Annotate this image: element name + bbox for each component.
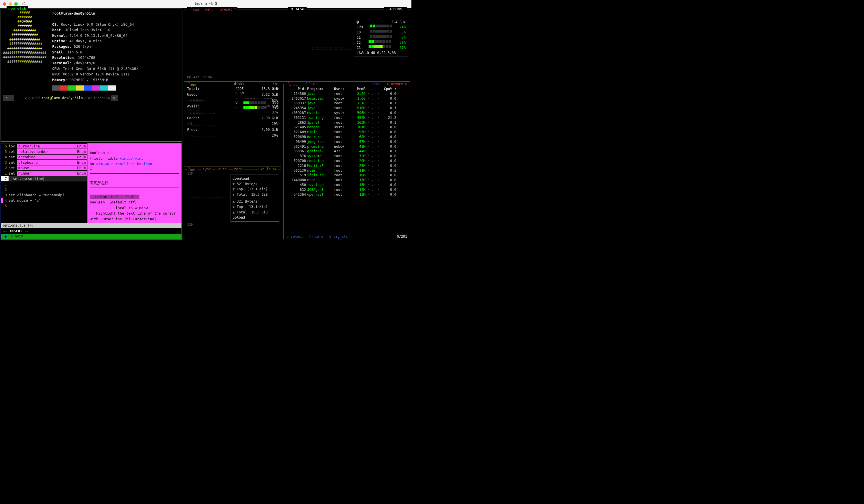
nvim-tabline: ◉ 0 nvim	[1, 234, 181, 239]
btop-clock: 19:34:48	[288, 7, 307, 12]
btop-menu-tab[interactable]: menu	[205, 7, 213, 12]
proc-position: 0/201	[397, 234, 407, 239]
proc-row[interactable]: 96499jdog-kunroot57M⠐⠂⠄⠂⠐0.0	[284, 140, 410, 144]
proc-row[interactable]: 4039287mysqldsyst+596M⠐⠂⠄⠂⠐0.0	[284, 110, 410, 116]
cpu-core-row: CPU24%	[357, 25, 406, 30]
minimize-window-button[interactable]	[9, 2, 12, 6]
neofetch-pane[interactable]: neofetch ##### ####### ##O#O## ####### #…	[1, 9, 182, 142]
prompt-home-icon: ⌂ ~	[3, 95, 14, 101]
cpu-core-row: C230%	[357, 40, 406, 45]
nvim-line[interactable]: 3set clipboardEnum	[1, 160, 87, 165]
prompt-check-icon: ✓	[25, 96, 27, 100]
nvim-line[interactable]: 6loc cursorlineEnum	[1, 143, 87, 149]
btop-mem-box[interactable]: 2mem disks io Total:15.3 GiB Used:9.62 G…	[184, 84, 281, 167]
proc-row[interactable]: 134560javaroot3.4G⠐⠂⠄⠂⠐0.0	[284, 92, 410, 96]
nvim-line[interactable]: 4set encodingEnum	[1, 154, 87, 160]
btop-interval-minus[interactable]: -	[385, 7, 387, 11]
userhost: root@lavm-des8yn51ln	[52, 11, 95, 15]
cpu-graph: ⣀⣀⣀⣀⣀⣀⣀⣀⣀⣀⣀⣀⣀⣀⠒⠒⠒⠒⠒⠒⠒⠒⠒⠒⠒⠒⠒⠒⠒⠒⠒	[309, 44, 353, 52]
proc-row[interactable]: 28631panelroot163M⠐⠂⠄⠂⠐0.1	[284, 120, 410, 125]
nvim-completion-popup[interactable]: boolean = (field) table vim.bo vim. go v…	[87, 143, 181, 223]
proc-row[interactable]: 245954javaroot910M⠐⠂⠄⠂⠐0.3	[284, 106, 410, 110]
proc-row[interactable]: 563361grafana-47244M⠐⠂⠄⠂⠐0.1	[284, 149, 410, 154]
proc-tree[interactable]: tree	[371, 82, 381, 86]
btop-interval: 4000ms	[389, 7, 402, 11]
proc-row[interactable]: 520698dockerdroot68M⠐⠂⠄⠂⠐0.0	[284, 134, 410, 140]
proc-row[interactable]: 521405mongodsyst+101M⠐⠂⠄⠂⠐0.0	[284, 125, 410, 130]
window-title: tmux a -t 3	[194, 1, 217, 6]
traffic-lights	[3, 2, 18, 6]
proc-filter[interactable]: filter	[304, 82, 318, 86]
prompt-time: 19:33:24	[93, 96, 110, 100]
neofetch-title: neofetch	[7, 6, 28, 11]
proc-row[interactable]: 521409minioroot95M⠐⠂⠄⠂⠐0.0	[284, 130, 410, 134]
shell-prompt[interactable]: ⌂ ~ ✓ ❮ with root@lavm-des8yn51ln ❮ at 1…	[3, 95, 179, 101]
nvim-line[interactable]: 5set relativenumberEnum	[1, 149, 87, 154]
btop-preset-tab[interactable]: preset *	[220, 7, 236, 12]
proc-table[interactable]: 134560javaroot3.4G⠐⠂⠄⠂⠐0.01463017beam.sm…	[284, 92, 410, 197]
nvim-line[interactable]: 4set.mouse = 'a'	[1, 198, 87, 203]
proc-row[interactable]: 545364openrestroot12M⠐⠂⠄⠂⠐0.0	[284, 192, 410, 197]
btop-pane[interactable]: 1cpu menu preset * 19:34:48 - 4000ms + ⣀…	[183, 8, 411, 240]
proc-row[interactable]: 563131lua-langroot483M⠐⠂⠄⠂⠐21.2	[284, 116, 410, 120]
proc-row[interactable]: 520708containeroot29M⠐⠂⠄⠂⠐0.0	[284, 158, 410, 164]
proc-columns: Pid: Program: User: MemB Cpu% ↑	[284, 86, 410, 92]
close-window-button[interactable]	[3, 2, 6, 6]
nvim-line[interactable]: 1	[1, 181, 87, 187]
proc-sort[interactable]: < memory >	[385, 82, 408, 86]
proc-row[interactable]: 1463017beam.smpsyst+1.6G⠐⠂⠄⠂⠐0.0	[284, 96, 410, 101]
btop-interval-plus[interactable]: +	[404, 7, 406, 11]
nvim-line[interactable]: 5	[1, 203, 87, 208]
btop-net-box[interactable]: 3net sync auto zero <b lo n> 13M ⣀⣀⣀⣀⣀⣀⣀…	[184, 169, 281, 229]
proc-select[interactable]: ↲ select	[287, 235, 303, 239]
proc-row[interactable]: 563130nvimroot21M⠐⠂⠄⠂⠐0.5	[284, 168, 410, 173]
nvim-pane[interactable]: 6loc cursorlineEnum5set relativenumberEn…	[1, 143, 182, 240]
cpu-core-row: C15%	[357, 35, 406, 40]
proc-row[interactable]: 1216MonitorProot25M⠐⠂⠄⠂⠐0.0	[284, 164, 410, 168]
proc-row[interactable]: 1440080etcd100115M⠐⠂⠄⠂⠐0.0	[284, 178, 410, 182]
proc-row[interactable]: 832JCSAgentroot14M⠐⠂⠄⠂⠐0.0	[284, 188, 410, 192]
proc-footer: ↲ select ⓘ info ↯ signals 0/201	[284, 234, 410, 239]
cpu-uptime: up 41d 00:06	[187, 75, 212, 80]
nvim-line[interactable]: 3set.clipboard = "unnamedpl	[1, 192, 87, 198]
cpu-stat-box: @2.4 GHz CPU24%C05%C15%C230%C357% LAV: 0…	[354, 18, 408, 57]
btop-cpu-box[interactable]: 1cpu menu preset * 19:34:48 - 4000ms + ⣀…	[184, 9, 410, 82]
cpu-lav: LAV: 0.48 0.22 0.08	[357, 50, 406, 56]
nvim-line[interactable]: 1set numberEnum	[1, 171, 87, 176]
proc-row[interactable]: 519ifrit-agroot16M⠐⠂⠄⠂⠐0.0	[284, 173, 410, 178]
prompt-userhost: root@lavm-des8yn51ln	[41, 96, 83, 100]
cpu-core-row: C357%	[357, 45, 406, 50]
zoom-window-button[interactable]	[14, 2, 18, 6]
nvim-line[interactable]: 2set mouseEnum	[1, 165, 87, 171]
prompt-clock-icon: ◷	[111, 95, 117, 101]
proc-info[interactable]: ⓘ info	[309, 235, 323, 239]
net-scale-bot: 13M	[187, 222, 193, 227]
nvim-editor[interactable]: 6loc cursorlineEnum5set relativenumberEn…	[1, 143, 87, 223]
disk-stats: root98G 6.5M ⠤⠤⠤⠤⠤⠤⠤⠤⠤⠤⠤⠤⠤ U 26G F 72G	[233, 84, 281, 167]
nvim-line[interactable]: 2	[1, 187, 87, 192]
neofetch-info: root@lavm-des8yn51ln -------------------…	[52, 11, 138, 91]
popup-chinese-desc: 高亮所在行	[90, 181, 108, 185]
neofetch-logo: ##### ####### ##O#O## ####### ##########…	[3, 11, 47, 91]
nvim-current-line[interactable]: 7 set.cursorline	[1, 176, 87, 181]
nvim-statusline: options.lua [+]	[1, 223, 181, 228]
proc-row[interactable]: 376systemd-root32M⠐⠂⠄⠂⠐0.0	[284, 154, 410, 158]
proc-row[interactable]: 450rsyslogdroot15M⠐⠂⠄⠂⠐0.0	[284, 182, 410, 188]
cpu-core-row: C05%	[357, 30, 406, 35]
proc-row[interactable]: 563337javaroot1.1G⠐⠂⠄⠂⠐0.1	[284, 101, 410, 106]
btop-proc-box[interactable]: 4proc filter tree < memory > Pid: Progra…	[284, 84, 410, 239]
net-details: download 321 Byte/s Top: (13.1 Kib) Tota…	[230, 175, 279, 222]
tab-label: ⌘1	[22, 1, 26, 6]
proc-row[interactable]: 563491promethenobo+48M⠐⠂⠄⠂⠐0.0	[284, 144, 410, 149]
proc-signals[interactable]: ↯ signals	[329, 235, 348, 239]
color-swatches	[52, 85, 138, 91]
nvim-mode: -- INSERT --	[1, 228, 181, 234]
